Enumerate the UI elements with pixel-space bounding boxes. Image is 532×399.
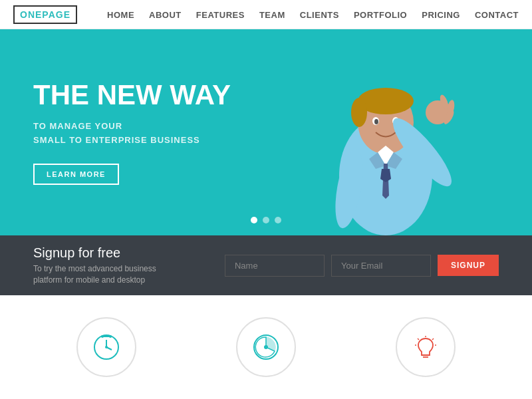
dot-2[interactable] — [263, 217, 269, 223]
svg-point-23 — [105, 346, 108, 348]
svg-line-34 — [432, 338, 434, 340]
signup-form: SIGNUP — [219, 255, 499, 277]
hero-cta-button[interactable]: LEARN MORE — [33, 164, 119, 185]
lightbulb-icon — [412, 333, 440, 361]
feature-time — [76, 317, 136, 377]
hero-text: THE NEW WAY TO MANAGE YOUR SMALL TO ENTE… — [33, 80, 231, 185]
feature-ideas — [396, 317, 456, 377]
feature-analytics — [236, 317, 296, 377]
clock-icon — [92, 333, 120, 361]
signup-text: Signup for free To try the most advanced… — [33, 245, 180, 286]
hero-subtitle-line1: TO MANAGE YOUR — [33, 121, 122, 131]
signup-button[interactable]: SIGNUP — [438, 255, 499, 276]
nav-links: HOME ABOUT FEATURES TEAM CLIENTS PORTFOL… — [107, 9, 519, 21]
logo-suffix: PAGE — [42, 9, 70, 20]
svg-point-4 — [351, 98, 367, 127]
nav-home[interactable]: HOME — [107, 10, 134, 20]
signup-section: Signup for free To try the most advanced… — [0, 235, 532, 295]
nav-team[interactable]: TEAM — [259, 10, 285, 20]
nav-about[interactable]: ABOUT — [149, 10, 182, 20]
feature-analytics-icon-wrap — [236, 317, 296, 377]
logo-accent: ONE — [20, 9, 42, 20]
nav-contact[interactable]: CONTACT — [475, 10, 519, 20]
feature-ideas-icon-wrap — [396, 317, 456, 377]
nav-pricing[interactable]: PRICING — [422, 10, 460, 20]
hero-section: THE NEW WAY TO MANAGE YOUR SMALL TO ENTE… — [0, 29, 532, 235]
svg-point-26 — [109, 335, 112, 338]
chart-icon — [252, 333, 280, 361]
svg-point-7 — [374, 119, 378, 124]
feature-time-icon-wrap — [76, 317, 136, 377]
dot-1[interactable] — [251, 217, 257, 223]
features-section — [0, 295, 532, 399]
hero-subtitle-line2: SMALL TO ENTERPRISE BUSINESS — [33, 135, 200, 145]
svg-line-32 — [418, 338, 419, 340]
person-svg — [293, 36, 479, 235]
nav-features[interactable]: FEATURES — [196, 10, 245, 20]
hero-subtitle: TO MANAGE YOUR SMALL TO ENTERPRISE BUSIN… — [33, 120, 231, 148]
nav-portfolio[interactable]: PORTFOLIO — [354, 10, 407, 20]
navbar: ONEPAGE HOME ABOUT FEATURES TEAM CLIENTS… — [0, 0, 532, 29]
svg-point-25 — [101, 335, 104, 338]
dot-3[interactable] — [275, 217, 281, 223]
signup-description: To try the most advanced business platfo… — [33, 263, 180, 286]
hero-person-image — [293, 36, 479, 235]
svg-point-28 — [264, 345, 268, 349]
nav-clients[interactable]: CLIENTS — [300, 10, 339, 20]
hero-title: THE NEW WAY — [33, 80, 231, 110]
signup-email-input[interactable] — [331, 255, 431, 277]
signup-name-input[interactable] — [225, 255, 325, 277]
logo[interactable]: ONEPAGE — [13, 5, 77, 24]
signup-heading: Signup for free — [33, 245, 180, 261]
hero-dots — [251, 217, 281, 223]
